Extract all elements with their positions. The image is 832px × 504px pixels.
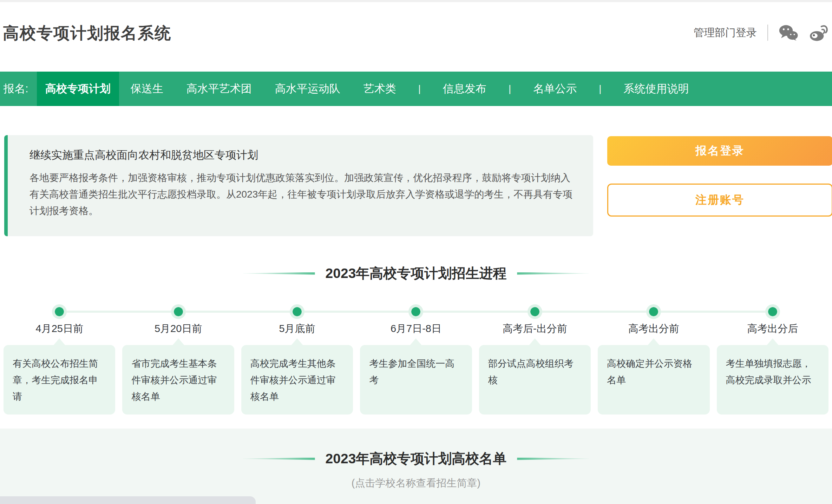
notice-title: 继续实施重点高校面向农村和脱贫地区专项计划 [30, 148, 572, 163]
timeline-item: 5月20日前 省市完成考生基本条件审核并公示通过审核名单 [119, 304, 237, 415]
notice-body: 各地要严格报考条件，加强资格审核，推动专项计划优惠政策落实到位。加强政策宣传，优… [30, 170, 573, 219]
timeline-date: 5月20日前 [155, 322, 202, 336]
timeline-title-row: 2023年高校专项计划招生进程 [0, 265, 832, 282]
weibo-icon[interactable] [809, 24, 828, 41]
timeline-dot [52, 304, 67, 319]
main-content: 继续实施重点高校面向农村和脱贫地区专项计划 各地要严格报考条件，加强资格审核，推… [0, 135, 832, 429]
main-nav: 报名: 高校专项计划 保送生 高水平艺术团 高水平运动队 艺术类 | 信息发布 … [0, 72, 832, 106]
timeline-dot [171, 304, 186, 319]
nav-separator: | [408, 83, 431, 94]
nav-tab-baosongsheng[interactable]: 保送生 [119, 72, 175, 106]
school-list-tab-strip[interactable] [0, 496, 256, 504]
nav-link-shiyongshuoming[interactable]: 系统使用说明 [612, 72, 700, 106]
timeline-item: 4月25日前 有关高校公布招生简章，考生完成报名申请 [0, 304, 119, 415]
title-flank-line [243, 272, 315, 275]
schools-section: 2023年高校专项计划高校名单 (点击学校名称查看招生简章) [0, 429, 832, 504]
admin-login-link[interactable]: 管理部门登录 [694, 26, 757, 40]
timeline-item: 6月7日-8日 考生参加全国统一高考 [356, 304, 475, 415]
timeline: 4月25日前 有关高校公布招生简章，考生完成报名申请 5月20日前 省市完成考生… [0, 304, 832, 415]
nav-prefix-label: 报名: [4, 81, 33, 96]
timeline-section-title: 2023年高校专项计划招生进程 [326, 265, 507, 282]
nav-tab-yishulei[interactable]: 艺术类 [352, 72, 408, 106]
timeline-card: 高校完成考生其他条件审核并公示通过审核名单 [241, 345, 353, 415]
timeline-card: 有关高校公布招生简章，考生完成报名申请 [4, 345, 115, 415]
wechat-icon[interactable] [779, 24, 798, 41]
header-divider [767, 25, 768, 41]
notice-box: 继续实施重点高校面向农村和脱贫地区专项计划 各地要严格报考条件，加强资格审核，推… [4, 135, 593, 236]
timeline-date: 高考出分前 [628, 322, 679, 336]
schools-section-title: 2023年高校专项计划高校名单 [326, 450, 507, 467]
site-title: 高校专项计划报名系统 [3, 22, 171, 44]
title-flank-line [517, 458, 589, 460]
timeline-item: 5月底前 高校完成考生其他条件审核并公示通过审核名单 [238, 304, 356, 415]
header-right: 管理部门登录 [694, 24, 828, 41]
nav-tab-yishutuan[interactable]: 高水平艺术团 [175, 72, 263, 106]
nav-tab-yundongdui[interactable]: 高水平运动队 [263, 72, 352, 106]
timeline-dot [408, 304, 423, 319]
timeline-dot [646, 304, 661, 319]
nav-tab-gaoxiao-zhuanxiang[interactable]: 高校专项计划 [37, 72, 119, 106]
register-button[interactable]: 注册账号 [607, 184, 832, 217]
timeline-dot [290, 304, 304, 319]
nav-separator: | [588, 83, 612, 94]
timeline-item: 高考后-出分前 部分试点高校组织考核 [476, 304, 594, 415]
nav-link-mingdangongshi[interactable]: 名单公示 [522, 72, 588, 106]
schools-subtitle: (点击学校名称查看招生简章) [0, 476, 832, 490]
timeline-dot [528, 304, 542, 319]
timeline-card: 高校确定并公示资格名单 [598, 345, 709, 415]
timeline-date: 6月7日-8日 [391, 322, 441, 336]
timeline-date: 高考后-出分前 [503, 322, 567, 336]
timeline-item: 高考出分后 考生单独填报志愿，高校完成录取并公示 [713, 304, 832, 415]
timeline-item: 高考出分前 高校确定并公示资格名单 [594, 304, 713, 415]
title-flank-line [243, 458, 315, 460]
title-flank-line [517, 272, 589, 275]
login-button[interactable]: 报名登录 [607, 136, 832, 166]
notice-section: 继续实施重点高校面向农村和脱贫地区专项计划 各地要严格报考条件，加强资格审核，推… [0, 135, 832, 237]
timeline-date: 5月底前 [279, 322, 315, 336]
timeline-dot [765, 304, 780, 319]
timeline-card: 部分试点高校组织考核 [479, 345, 591, 415]
timeline-card: 省市完成考生基本条件审核并公示通过审核名单 [122, 345, 234, 415]
header: 高校专项计划报名系统 管理部门登录 [0, 2, 832, 72]
nav-link-xinxifabu[interactable]: 信息发布 [431, 72, 498, 106]
timeline-date: 4月25日前 [36, 322, 83, 336]
timeline-card: 考生参加全国统一高考 [360, 345, 472, 415]
timeline-section: 2023年高校专项计划招生进程 4月25日前 有关高校公布招生简章，考生完成报名… [0, 237, 832, 429]
timeline-date: 高考出分后 [747, 322, 798, 336]
nav-separator: | [498, 83, 522, 94]
schools-title-row: 2023年高校专项计划高校名单 [0, 450, 832, 467]
page: 高校专项计划报名系统 管理部门登录 [0, 0, 832, 504]
timeline-card: 考生单独填报志愿，高校完成录取并公示 [717, 345, 828, 415]
